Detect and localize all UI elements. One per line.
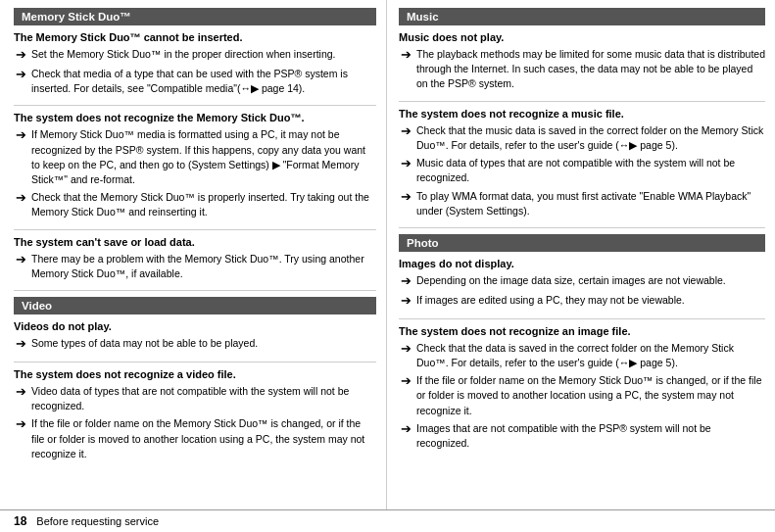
not-recognize-video-subsection: The system does not recognize a video fi… [14, 368, 376, 470]
bullet-text: If Memory Stick Duo™ media is formatted … [31, 127, 376, 187]
music-not-play-title: Music does not play. [399, 31, 765, 43]
arrow-icon: ➔ [16, 416, 26, 433]
arrow-icon: ➔ [16, 190, 26, 207]
arrow-icon: ➔ [16, 127, 26, 144]
memory-stick-section-header: Memory Stick Duo™ [14, 8, 376, 25]
videos-not-play-title: Videos do not play. [14, 320, 376, 332]
arrow-icon: ➔ [401, 189, 412, 206]
bullet-text: There may be a problem with the Memory S… [31, 252, 376, 281]
arrow-icon: ➔ [401, 156, 412, 172]
not-recognize-music-subsection: The system does not recognize a music fi… [399, 108, 765, 228]
images-not-display-title: Images do not display. [399, 258, 765, 269]
list-item: ➔ If images are edited using a PC, they … [399, 293, 765, 310]
arrow-icon: ➔ [16, 47, 26, 64]
arrow-icon: ➔ [401, 341, 412, 358]
page-number: 18 [14, 514, 26, 528]
not-recognize-music-title: The system does not recognize a music fi… [399, 108, 765, 120]
list-item: ➔ Depending on the image data size, cert… [399, 273, 765, 290]
bullet-text: Music data of types that are not compati… [416, 156, 765, 185]
list-item: ➔ Check that the data is saved in the co… [399, 341, 765, 370]
arrow-icon: ➔ [16, 336, 26, 353]
list-item: ➔ The playback methods may be limited fo… [399, 47, 765, 92]
not-recognize-image-subsection: The system does not recognize an image f… [399, 325, 765, 460]
list-item: ➔ Music data of types that are not compa… [399, 156, 765, 185]
bullet-text: Some types of data may not be able to be… [31, 336, 258, 351]
bullet-text: Video data of types that are not compati… [31, 384, 376, 413]
arrow-icon: ➔ [401, 47, 412, 64]
video-section-header: Video [14, 297, 376, 314]
list-item: ➔ Check that media of a type that can be… [14, 67, 376, 96]
arrow-icon: ➔ [16, 384, 26, 401]
bullet-text: To play WMA format data, you must first … [416, 189, 765, 218]
arrow-icon: ➔ [16, 252, 26, 268]
bullet-text: Images that are not compatible with the … [416, 421, 765, 451]
cant-save-load-title: The system can't save or load data. [14, 236, 376, 248]
photo-section-header: Photo [399, 234, 765, 252]
footer: 18 Before requesting service [0, 509, 775, 532]
not-recognize-image-title: The system does not recognize an image f… [399, 325, 765, 337]
list-item: ➔ There may be a problem with the Memory… [14, 252, 376, 281]
list-item: ➔ To play WMA format data, you must firs… [399, 189, 765, 218]
bullet-text: Check that media of a type that can be u… [31, 67, 376, 96]
columns: Memory Stick Duo™ The Memory Stick Duo™ … [0, 0, 775, 509]
bullet-text: If images are edited using a PC, they ma… [416, 293, 685, 308]
cannot-be-inserted-title: The Memory Stick Duo™ cannot be inserted… [14, 31, 376, 43]
list-item: ➔ Video data of types that are not compa… [14, 384, 376, 413]
not-recognize-memorystick-title: The system does not recognize the Memory… [14, 112, 376, 123]
bullet-text: If the file or folder name on the Memory… [31, 416, 376, 461]
music-section-header: Music [399, 8, 765, 25]
arrow-icon: ➔ [401, 293, 412, 310]
music-not-play-subsection: Music does not play. ➔ The playback meth… [399, 31, 765, 102]
bullet-text: If the file or folder name on the Memory… [416, 373, 765, 418]
page: Memory Stick Duo™ The Memory Stick Duo™ … [0, 0, 775, 532]
bullet-text: Set the Memory Stick Duo™ in the proper … [31, 47, 335, 62]
list-item: ➔ If the file or folder name on the Memo… [14, 416, 376, 461]
arrow-icon: ➔ [16, 67, 26, 83]
arrow-icon: ➔ [401, 123, 412, 140]
bullet-text: Check that the Memory Stick Duo™ is prop… [31, 190, 376, 219]
arrow-icon: ➔ [401, 273, 412, 290]
not-recognize-memorystick-subsection: The system does not recognize the Memory… [14, 112, 376, 229]
list-item: ➔ If the file or folder name on the Memo… [399, 373, 765, 418]
list-item: ➔ Images that are not compatible with th… [399, 421, 765, 451]
not-recognize-video-title: The system does not recognize a video fi… [14, 368, 376, 380]
bullet-text: Check that the music data is saved in th… [416, 123, 765, 153]
bullet-text: Depending on the image data size, certai… [416, 273, 726, 288]
arrow-icon: ➔ [401, 373, 412, 390]
videos-not-play-subsection: Videos do not play. ➔ Some types of data… [14, 320, 376, 363]
images-not-display-subsection: Images do not display. ➔ Depending on th… [399, 258, 765, 319]
list-item: ➔ Check that the music data is saved in … [399, 123, 765, 153]
bullet-text: The playback methods may be limited for … [416, 47, 765, 92]
list-item: ➔ Set the Memory Stick Duo™ in the prope… [14, 47, 376, 64]
list-item: ➔ If Memory Stick Duo™ media is formatte… [14, 127, 376, 187]
list-item: ➔ Some types of data may not be able to … [14, 336, 376, 353]
cant-save-load-subsection: The system can't save or load data. ➔ Th… [14, 236, 376, 291]
right-column: Music Music does not play. ➔ The playbac… [387, 0, 775, 509]
arrow-icon: ➔ [401, 421, 412, 438]
cannot-be-inserted-subsection: The Memory Stick Duo™ cannot be inserted… [14, 31, 376, 106]
list-item: ➔ Check that the Memory Stick Duo™ is pr… [14, 190, 376, 219]
bullet-text: Check that the data is saved in the corr… [416, 341, 765, 370]
footer-text: Before requesting service [36, 515, 159, 527]
left-column: Memory Stick Duo™ The Memory Stick Duo™ … [0, 0, 387, 509]
